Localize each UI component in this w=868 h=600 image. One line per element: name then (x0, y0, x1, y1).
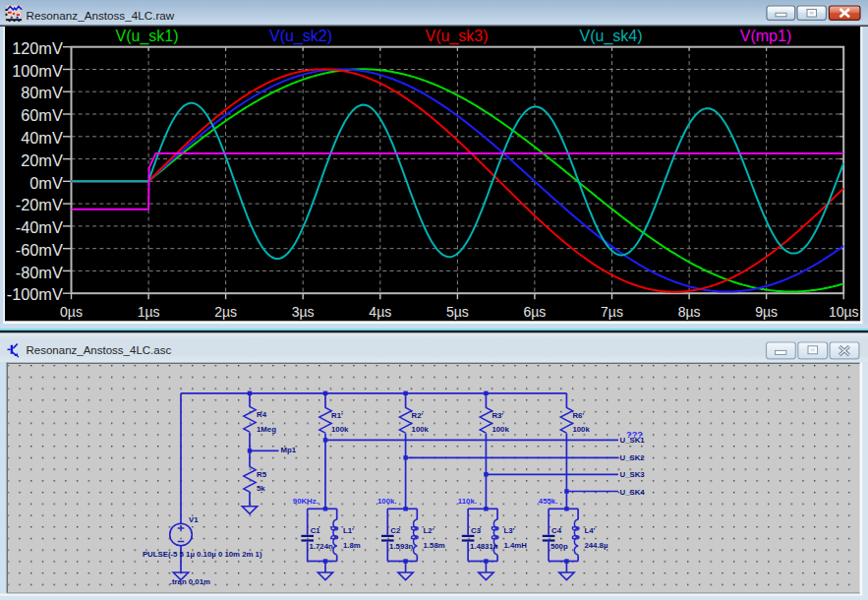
svg-text:100k: 100k (331, 425, 349, 434)
svg-text:Resonanz_Anstoss_4LC.asc: Resonanz_Anstoss_4LC.asc (27, 344, 172, 356)
svg-text:500p: 500p (550, 542, 568, 551)
svg-text:V(u_sk2): V(u_sk2) (269, 28, 332, 45)
svg-text:.tran 0,01m: .tran 0,01m (170, 577, 210, 586)
svg-text:120mV: 120mV (12, 39, 63, 57)
svg-text:2µs: 2µs (214, 304, 237, 320)
svg-text:40mV: 40mV (21, 129, 63, 147)
svg-text:100k: 100k (572, 425, 590, 434)
svg-text:100k: 100k (412, 425, 430, 434)
svg-text:U_SK3: U_SK3 (620, 470, 646, 479)
svg-text:L2': L2' (424, 526, 434, 535)
svg-text:20mV: 20mV (21, 151, 63, 169)
svg-text:C3: C3 (471, 526, 482, 535)
svg-text:1.4mH: 1.4mH (503, 541, 527, 550)
svg-text:C1: C1 (311, 526, 321, 535)
svg-text:0µs: 0µs (60, 304, 83, 320)
svg-text:V(mp1): V(mp1) (740, 28, 791, 44)
svg-text:100k: 100k (492, 425, 509, 434)
svg-text:V(u_sk1): V(u_sk1) (115, 28, 178, 45)
svg-text:1.593n: 1.593n (389, 542, 414, 551)
svg-text:5k: 5k (257, 484, 265, 493)
svg-text:9µs: 9µs (755, 304, 778, 320)
svg-text:1µs: 1µs (138, 304, 160, 320)
svg-text:8µs: 8µs (678, 304, 701, 320)
svg-text:1.8m: 1.8m (343, 541, 361, 550)
svg-text:100k.: 100k. (377, 497, 397, 506)
svg-text:4µs: 4µs (369, 304, 391, 320)
svg-text:L1': L1' (343, 526, 354, 535)
svg-text:???: ??? (626, 430, 643, 440)
svg-text:R4: R4 (257, 410, 267, 419)
svg-text:V1: V1 (189, 515, 199, 524)
svg-text:R2': R2' (412, 411, 424, 420)
svg-text:Mp1: Mp1 (281, 446, 297, 454)
svg-text:-40mV: -40mV (16, 218, 63, 236)
svg-text:3µs: 3µs (292, 304, 315, 320)
svg-text:-80mV: -80mV (16, 264, 63, 281)
svg-text:Resonanz_Anstoss_4LC.raw: Resonanz_Anstoss_4LC.raw (27, 9, 175, 22)
svg-text:V(u_sk3): V(u_sk3) (425, 28, 488, 45)
svg-text:5µs: 5µs (446, 304, 469, 320)
svg-text:-100mV: -100mV (7, 285, 63, 303)
svg-text:244.8µ: 244.8µ (584, 541, 608, 550)
svg-text:C2: C2 (390, 526, 401, 535)
svg-text:V(u_sk4): V(u_sk4) (579, 28, 642, 45)
svg-text:-20mV: -20mV (16, 196, 63, 213)
svg-text:C4: C4 (551, 526, 562, 535)
svg-text:1.58m: 1.58m (424, 541, 445, 550)
svg-text:1.4831n: 1.4831n (470, 542, 498, 551)
svg-text:-60mV: -60mV (16, 241, 63, 259)
svg-text:U_SK4: U_SK4 (620, 488, 646, 497)
svg-text:80mV: 80mV (21, 84, 63, 101)
svg-text:R3': R3' (492, 411, 503, 420)
svg-text:455k.: 455k. (539, 497, 558, 506)
svg-text:L4': L4' (584, 526, 595, 535)
svg-text:90KHz.: 90KHz. (293, 497, 318, 506)
svg-text:PULSE(-5 5 1µ 0.10µ 0 10m 2m 1: PULSE(-5 5 1µ 0.10µ 0 10m 2m 1) (143, 550, 262, 559)
svg-text:100mV: 100mV (12, 62, 63, 80)
svg-text:R1': R1' (331, 411, 343, 420)
svg-text:0mV: 0mV (29, 174, 63, 192)
svg-text:R6': R6' (572, 411, 584, 420)
svg-text:6µs: 6µs (523, 304, 546, 320)
svg-text:L3': L3' (503, 526, 514, 535)
svg-text:10µs: 10µs (829, 304, 859, 320)
svg-text:1.724n: 1.724n (310, 542, 334, 551)
svg-text:60mV: 60mV (21, 106, 63, 124)
svg-text:7µs: 7µs (601, 304, 623, 320)
svg-text:R5: R5 (257, 470, 267, 479)
svg-text:1Meg: 1Meg (257, 425, 276, 434)
svg-text:110k.: 110k. (458, 497, 477, 506)
svg-text:U_SK2: U_SK2 (620, 453, 646, 462)
